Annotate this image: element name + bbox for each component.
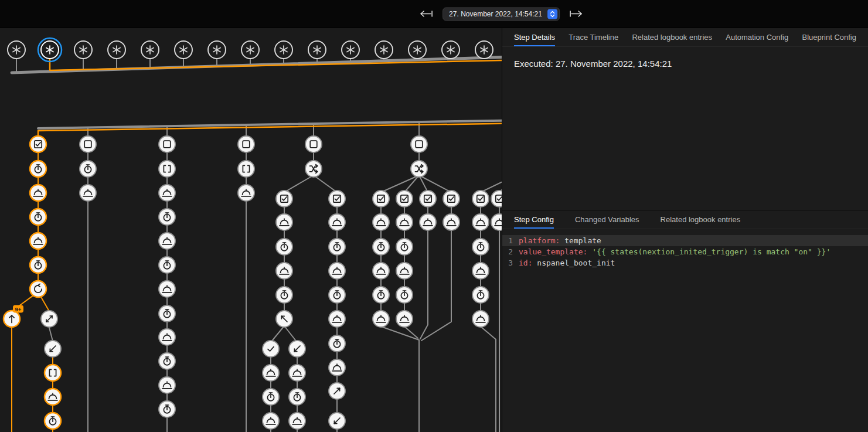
service-node[interactable] bbox=[80, 185, 96, 201]
service-node[interactable] bbox=[238, 185, 254, 201]
service-node[interactable] bbox=[329, 311, 345, 327]
service-node[interactable] bbox=[159, 233, 175, 249]
service-node[interactable] bbox=[373, 263, 389, 279]
arrows-diagonal-node[interactable] bbox=[41, 311, 57, 327]
trigger-node[interactable] bbox=[241, 41, 259, 59]
timer-node[interactable] bbox=[396, 287, 413, 303]
condition-node[interactable] bbox=[491, 191, 502, 207]
shuffle-node[interactable] bbox=[411, 161, 427, 177]
timer-node[interactable] bbox=[159, 257, 175, 273]
condition-node[interactable] bbox=[373, 191, 389, 207]
square-node[interactable] bbox=[159, 136, 175, 152]
timer-node[interactable] bbox=[159, 353, 175, 369]
timer-node[interactable] bbox=[472, 239, 489, 255]
service-node[interactable] bbox=[45, 389, 61, 405]
service-node[interactable] bbox=[159, 377, 175, 393]
shuffle-node[interactable] bbox=[305, 161, 322, 177]
tab-changed-variables[interactable]: Changed Variables bbox=[575, 210, 639, 229]
timer-node[interactable] bbox=[159, 209, 175, 225]
tab-related-logbook-entries[interactable]: Related logbook entries bbox=[661, 210, 741, 229]
tab-blueprint-config[interactable]: Blueprint Config bbox=[802, 28, 856, 46]
trigger-node[interactable] bbox=[409, 41, 426, 59]
trigger-node[interactable] bbox=[442, 41, 459, 59]
trigger-node[interactable] bbox=[175, 41, 192, 59]
service-node[interactable] bbox=[159, 185, 175, 201]
check-node[interactable] bbox=[263, 341, 279, 357]
service-node[interactable] bbox=[289, 413, 305, 429]
condition-node[interactable] bbox=[420, 191, 436, 207]
timer-node[interactable] bbox=[329, 239, 345, 255]
trigger-node[interactable] bbox=[74, 41, 92, 59]
arrow-ul-node[interactable] bbox=[276, 311, 292, 327]
repeat-node[interactable] bbox=[30, 281, 46, 297]
trigger-node[interactable] bbox=[108, 41, 125, 59]
service-node[interactable] bbox=[420, 214, 436, 230]
square-node[interactable] bbox=[411, 136, 427, 152]
service-node[interactable] bbox=[329, 359, 345, 376]
tab-automation-config[interactable]: Automation Config bbox=[726, 28, 788, 46]
timer-node[interactable] bbox=[276, 287, 292, 303]
timer-node[interactable] bbox=[30, 209, 46, 225]
timer-node[interactable] bbox=[45, 413, 61, 429]
timer-node[interactable] bbox=[159, 401, 175, 417]
service-node[interactable] bbox=[263, 413, 279, 429]
trigger-node[interactable] bbox=[308, 41, 326, 59]
square-node[interactable] bbox=[305, 136, 322, 152]
service-node[interactable] bbox=[472, 311, 489, 327]
timer-node[interactable] bbox=[472, 287, 489, 303]
service-node[interactable] bbox=[276, 214, 292, 230]
service-node[interactable] bbox=[329, 214, 345, 230]
condition-node[interactable] bbox=[276, 191, 292, 207]
timer-node[interactable] bbox=[30, 257, 46, 273]
trigger-node[interactable] bbox=[38, 38, 62, 62]
condition-node[interactable] bbox=[329, 191, 345, 207]
service-node[interactable] bbox=[30, 233, 46, 249]
tab-step-config[interactable]: Step Config bbox=[514, 210, 554, 229]
timer-node[interactable] bbox=[30, 161, 46, 177]
service-node[interactable] bbox=[289, 365, 305, 381]
service-node[interactable] bbox=[396, 311, 413, 327]
arrow-ur-node[interactable] bbox=[329, 383, 345, 399]
timer-node[interactable] bbox=[276, 239, 292, 255]
arrow-dl-node[interactable] bbox=[45, 341, 61, 357]
timer-node[interactable] bbox=[263, 389, 279, 405]
trigger-node[interactable] bbox=[342, 41, 359, 59]
timer-node[interactable] bbox=[289, 389, 305, 405]
brackets-node[interactable] bbox=[45, 365, 61, 381]
service-node[interactable] bbox=[396, 214, 413, 230]
service-node[interactable] bbox=[159, 281, 175, 297]
timer-node[interactable] bbox=[373, 287, 389, 303]
service-node[interactable] bbox=[263, 365, 279, 381]
service-node[interactable] bbox=[396, 263, 413, 279]
timer-node[interactable] bbox=[396, 239, 413, 255]
next-run-button[interactable] bbox=[568, 9, 584, 19]
service-node[interactable] bbox=[329, 263, 345, 279]
trigger-node[interactable] bbox=[141, 41, 159, 59]
service-node[interactable] bbox=[373, 214, 389, 230]
arrow-dl-node[interactable] bbox=[289, 341, 305, 357]
arrow-up-node[interactable] bbox=[4, 311, 20, 327]
service-node[interactable] bbox=[491, 214, 502, 230]
trigger-node[interactable] bbox=[375, 41, 393, 59]
condition-node[interactable] bbox=[443, 191, 459, 207]
timer-node[interactable] bbox=[159, 305, 175, 322]
brackets-node[interactable] bbox=[159, 161, 175, 177]
service-node[interactable] bbox=[276, 263, 292, 279]
run-selector[interactable]: 27. November 2022, 14:54:21 bbox=[442, 7, 560, 21]
timer-node[interactable] bbox=[373, 239, 389, 255]
previous-run-button[interactable] bbox=[418, 9, 434, 19]
service-node[interactable] bbox=[443, 214, 459, 230]
condition-node[interactable] bbox=[472, 191, 489, 207]
timer-node[interactable] bbox=[329, 287, 345, 303]
square-node[interactable] bbox=[80, 136, 96, 152]
service-node[interactable] bbox=[373, 311, 389, 327]
service-node[interactable] bbox=[159, 329, 175, 345]
timer-node[interactable] bbox=[80, 161, 96, 177]
condition-node[interactable] bbox=[30, 136, 46, 152]
trigger-node[interactable] bbox=[475, 41, 493, 59]
condition-node[interactable] bbox=[396, 191, 413, 207]
service-node[interactable] bbox=[472, 263, 489, 279]
brackets-node[interactable] bbox=[238, 161, 254, 177]
tab-step-details[interactable]: Step Details bbox=[514, 28, 555, 46]
square-node[interactable] bbox=[238, 136, 254, 152]
